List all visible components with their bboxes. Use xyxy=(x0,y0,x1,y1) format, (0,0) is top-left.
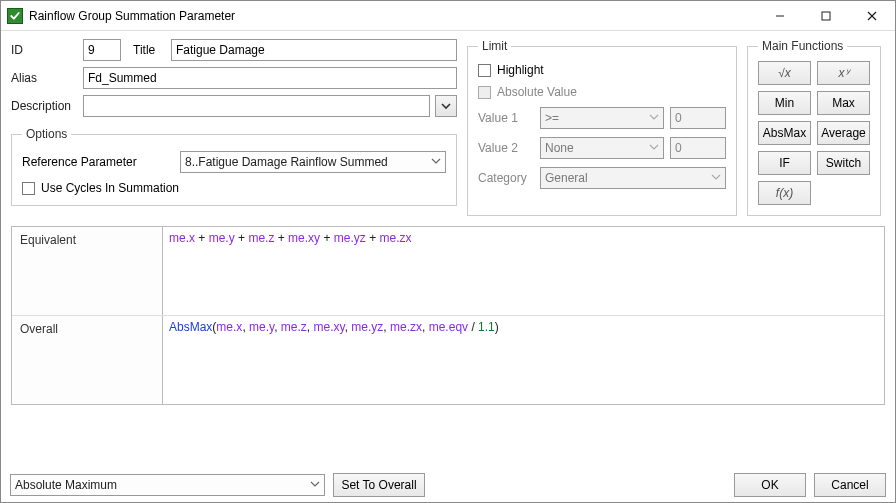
highlight-checkbox[interactable] xyxy=(478,64,491,77)
absolute-value-label: Absolute Value xyxy=(497,85,577,99)
value2-op-combo: None xyxy=(540,137,664,159)
chevron-down-icon xyxy=(431,155,441,169)
description-input[interactable] xyxy=(83,95,430,117)
reference-parameter-value: 8..Fatigue Damage Rainflow Summed xyxy=(185,155,388,169)
close-button[interactable] xyxy=(849,1,895,31)
set-to-overall-button[interactable]: Set To Overall xyxy=(333,473,425,497)
value2-number xyxy=(670,137,726,159)
alias-label: Alias xyxy=(11,71,77,85)
description-label: Description xyxy=(11,99,77,113)
value1-op-combo: >= xyxy=(540,107,664,129)
chevron-down-icon xyxy=(711,171,721,185)
ok-button[interactable]: OK xyxy=(734,473,806,497)
absmax-button[interactable]: AbsMax xyxy=(758,121,811,145)
reference-parameter-label: Reference Parameter xyxy=(22,155,172,169)
app-icon xyxy=(7,8,23,24)
category-combo: General xyxy=(540,167,726,189)
chevron-down-icon xyxy=(310,478,320,492)
use-cycles-label: Use Cycles In Summation xyxy=(41,181,179,195)
alias-input[interactable] xyxy=(83,67,457,89)
category-label: Category xyxy=(478,171,534,185)
max-button[interactable]: Max xyxy=(817,91,870,115)
absolute-value-checkbox xyxy=(478,86,491,99)
title-label: Title xyxy=(133,43,165,57)
cancel-button[interactable]: Cancel xyxy=(814,473,886,497)
limit-legend: Limit xyxy=(478,39,511,53)
fx-button[interactable]: f(x) xyxy=(758,181,811,205)
maximize-button[interactable] xyxy=(803,1,849,31)
limit-group: Limit Highlight Absolute Value Value 1 >… xyxy=(467,39,737,216)
minimize-button[interactable] xyxy=(757,1,803,31)
description-dropdown-button[interactable] xyxy=(435,95,457,117)
footer-mode-combo[interactable]: Absolute Maximum xyxy=(10,474,325,496)
footer: Absolute Maximum Set To Overall OK Cance… xyxy=(0,467,896,503)
titlebar: Rainflow Group Summation Parameter xyxy=(1,1,895,31)
sqrt-button[interactable]: √x xyxy=(758,61,811,85)
window-title: Rainflow Group Summation Parameter xyxy=(29,9,757,23)
use-cycles-checkbox[interactable] xyxy=(22,182,35,195)
value1-label: Value 1 xyxy=(478,111,534,125)
equivalent-editor[interactable]: me.x + me.y + me.z + me.xy + me.yz + me.… xyxy=(162,227,884,315)
switch-button[interactable]: Switch xyxy=(817,151,870,175)
power-button[interactable]: xʸ xyxy=(817,61,870,85)
average-button[interactable]: Average xyxy=(817,121,870,145)
reference-parameter-combo[interactable]: 8..Fatigue Damage Rainflow Summed xyxy=(180,151,446,173)
value2-label: Value 2 xyxy=(478,141,534,155)
title-input[interactable] xyxy=(171,39,457,61)
main-functions-group: Main Functions √x xʸ Min Max AbsMax Aver… xyxy=(747,39,881,216)
id-label: ID xyxy=(11,43,77,57)
if-button[interactable]: IF xyxy=(758,151,811,175)
value1-number xyxy=(670,107,726,129)
options-legend: Options xyxy=(22,127,71,141)
equivalent-label: Equivalent xyxy=(12,227,162,315)
options-group: Options Reference Parameter 8..Fatigue D… xyxy=(11,127,457,206)
id-input[interactable] xyxy=(83,39,121,61)
overall-label: Overall xyxy=(12,316,162,404)
svg-rect-1 xyxy=(822,12,830,20)
chevron-down-icon xyxy=(649,141,659,155)
expression-section: Equivalent me.x + me.y + me.z + me.xy + … xyxy=(11,226,885,405)
min-button[interactable]: Min xyxy=(758,91,811,115)
chevron-down-icon xyxy=(649,111,659,125)
main-functions-legend: Main Functions xyxy=(758,39,847,53)
highlight-label: Highlight xyxy=(497,63,544,77)
overall-editor[interactable]: AbsMax(me.x, me.y, me.z, me.xy, me.yz, m… xyxy=(162,316,884,404)
